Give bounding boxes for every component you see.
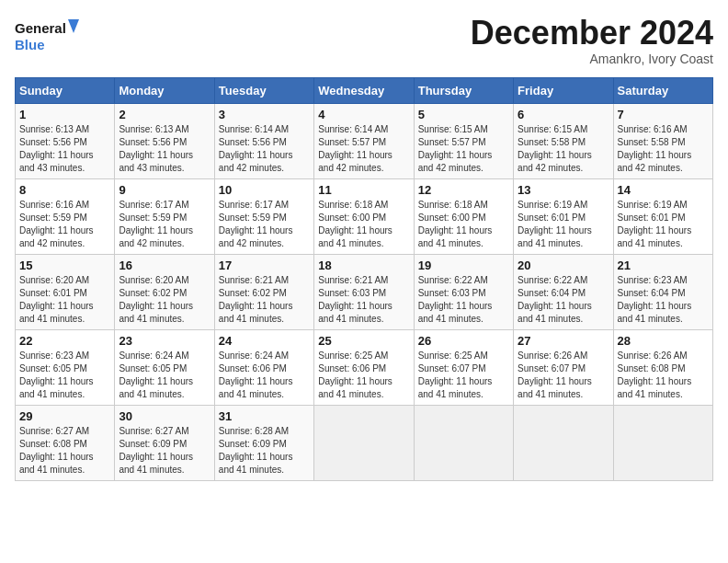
- day-number: 27: [518, 334, 609, 348]
- day-number: 14: [618, 183, 709, 197]
- day-info: Sunrise: 6:14 AM Sunset: 5:56 PM Dayligh…: [219, 123, 310, 175]
- day-info: Sunrise: 6:19 AM Sunset: 6:01 PM Dayligh…: [518, 199, 609, 250]
- calendar-cell: 10Sunrise: 6:17 AM Sunset: 5:59 PM Dayli…: [214, 178, 313, 254]
- calendar-cell: 3Sunrise: 6:14 AM Sunset: 5:56 PM Daylig…: [214, 103, 313, 178]
- day-info: Sunrise: 6:25 AM Sunset: 6:06 PM Dayligh…: [318, 350, 409, 401]
- day-number: 26: [418, 334, 509, 348]
- day-info: Sunrise: 6:13 AM Sunset: 5:56 PM Dayligh…: [119, 123, 210, 175]
- calendar-cell: 23Sunrise: 6:24 AM Sunset: 6:05 PM Dayli…: [115, 329, 214, 405]
- day-number: 30: [119, 409, 210, 423]
- day-info: Sunrise: 6:21 AM Sunset: 6:03 PM Dayligh…: [318, 274, 409, 326]
- day-info: Sunrise: 6:26 AM Sunset: 6:07 PM Dayligh…: [518, 350, 609, 401]
- calendar-cell: 30Sunrise: 6:27 AM Sunset: 6:09 PM Dayli…: [115, 405, 214, 480]
- day-number: 25: [318, 334, 409, 348]
- col-header-saturday: Saturday: [613, 77, 712, 103]
- svg-marker-2: [68, 19, 79, 33]
- calendar-cell: 24Sunrise: 6:24 AM Sunset: 6:06 PM Dayli…: [214, 329, 313, 405]
- calendar-week-2: 8Sunrise: 6:16 AM Sunset: 5:59 PM Daylig…: [16, 178, 713, 254]
- day-number: 28: [618, 334, 709, 348]
- day-number: 2: [119, 108, 210, 121]
- calendar-cell: [613, 405, 712, 480]
- day-number: 6: [518, 108, 609, 121]
- calendar-cell: 31Sunrise: 6:28 AM Sunset: 6:09 PM Dayli…: [214, 405, 313, 480]
- col-header-wednesday: Wednesday: [314, 77, 414, 103]
- day-info: Sunrise: 6:15 AM Sunset: 5:58 PM Dayligh…: [518, 123, 609, 175]
- day-number: 20: [518, 259, 609, 272]
- day-number: 18: [318, 259, 409, 272]
- calendar-cell: 26Sunrise: 6:25 AM Sunset: 6:07 PM Dayli…: [414, 329, 513, 405]
- calendar-cell: 25Sunrise: 6:25 AM Sunset: 6:06 PM Dayli…: [314, 329, 414, 405]
- calendar-cell: 6Sunrise: 6:15 AM Sunset: 5:58 PM Daylig…: [514, 103, 613, 178]
- calendar-cell: 22Sunrise: 6:23 AM Sunset: 6:05 PM Dayli…: [16, 329, 115, 405]
- day-number: 10: [219, 183, 310, 197]
- day-info: Sunrise: 6:13 AM Sunset: 5:56 PM Dayligh…: [19, 123, 110, 175]
- day-info: Sunrise: 6:28 AM Sunset: 6:09 PM Dayligh…: [219, 425, 310, 477]
- day-info: Sunrise: 6:15 AM Sunset: 5:57 PM Dayligh…: [418, 123, 509, 175]
- day-number: 11: [318, 183, 409, 197]
- day-number: 21: [618, 259, 709, 272]
- calendar-cell: 1Sunrise: 6:13 AM Sunset: 5:56 PM Daylig…: [16, 103, 115, 178]
- col-header-thursday: Thursday: [414, 77, 513, 103]
- day-info: Sunrise: 6:19 AM Sunset: 6:01 PM Dayligh…: [618, 199, 709, 250]
- calendar-cell: 13Sunrise: 6:19 AM Sunset: 6:01 PM Dayli…: [514, 178, 613, 254]
- logo-svg: General Blue: [15, 15, 79, 56]
- day-info: Sunrise: 6:22 AM Sunset: 6:03 PM Dayligh…: [418, 274, 509, 326]
- day-info: Sunrise: 6:18 AM Sunset: 6:00 PM Dayligh…: [318, 199, 409, 250]
- day-number: 1: [19, 108, 110, 121]
- day-info: Sunrise: 6:21 AM Sunset: 6:02 PM Dayligh…: [219, 274, 310, 326]
- day-info: Sunrise: 6:24 AM Sunset: 6:05 PM Dayligh…: [119, 350, 210, 401]
- day-info: Sunrise: 6:26 AM Sunset: 6:08 PM Dayligh…: [618, 350, 709, 401]
- calendar-cell: 21Sunrise: 6:23 AM Sunset: 6:04 PM Dayli…: [613, 254, 712, 329]
- logo: General Blue: [15, 15, 79, 56]
- day-number: 5: [418, 108, 509, 121]
- day-info: Sunrise: 6:22 AM Sunset: 6:04 PM Dayligh…: [518, 274, 609, 326]
- title-block: December 2024 Amankro, Ivory Coast: [471, 15, 713, 66]
- day-info: Sunrise: 6:24 AM Sunset: 6:06 PM Dayligh…: [219, 350, 310, 401]
- calendar-cell: 2Sunrise: 6:13 AM Sunset: 5:56 PM Daylig…: [115, 103, 214, 178]
- day-number: 17: [219, 259, 310, 272]
- svg-text:General: General: [15, 20, 66, 36]
- day-number: 7: [618, 108, 709, 121]
- day-number: 13: [518, 183, 609, 197]
- calendar-cell: [514, 405, 613, 480]
- calendar-table: SundayMondayTuesdayWednesdayThursdayFrid…: [15, 77, 713, 481]
- calendar-week-5: 29Sunrise: 6:27 AM Sunset: 6:08 PM Dayli…: [16, 405, 713, 480]
- calendar-header-row: SundayMondayTuesdayWednesdayThursdayFrid…: [16, 77, 713, 103]
- day-info: Sunrise: 6:27 AM Sunset: 6:08 PM Dayligh…: [19, 425, 110, 477]
- day-info: Sunrise: 6:17 AM Sunset: 5:59 PM Dayligh…: [219, 199, 310, 250]
- calendar-week-1: 1Sunrise: 6:13 AM Sunset: 5:56 PM Daylig…: [16, 103, 713, 178]
- month-title: December 2024: [471, 15, 713, 52]
- day-number: 22: [19, 334, 110, 348]
- calendar-cell: 19Sunrise: 6:22 AM Sunset: 6:03 PM Dayli…: [414, 254, 513, 329]
- calendar-cell: 15Sunrise: 6:20 AM Sunset: 6:01 PM Dayli…: [16, 254, 115, 329]
- calendar-cell: [314, 405, 414, 480]
- day-number: 12: [418, 183, 509, 197]
- col-header-friday: Friday: [514, 77, 613, 103]
- calendar-cell: [414, 405, 513, 480]
- calendar-cell: 17Sunrise: 6:21 AM Sunset: 6:02 PM Dayli…: [214, 254, 313, 329]
- calendar-cell: 12Sunrise: 6:18 AM Sunset: 6:00 PM Dayli…: [414, 178, 513, 254]
- calendar-week-4: 22Sunrise: 6:23 AM Sunset: 6:05 PM Dayli…: [16, 329, 713, 405]
- day-info: Sunrise: 6:14 AM Sunset: 5:57 PM Dayligh…: [318, 123, 409, 175]
- day-number: 23: [119, 334, 210, 348]
- page-header: General Blue December 2024 Amankro, Ivor…: [15, 15, 713, 66]
- day-number: 19: [418, 259, 509, 272]
- day-info: Sunrise: 6:20 AM Sunset: 6:01 PM Dayligh…: [19, 274, 110, 326]
- day-info: Sunrise: 6:16 AM Sunset: 5:58 PM Dayligh…: [618, 123, 709, 175]
- calendar-cell: 29Sunrise: 6:27 AM Sunset: 6:08 PM Dayli…: [16, 405, 115, 480]
- calendar-cell: 4Sunrise: 6:14 AM Sunset: 5:57 PM Daylig…: [314, 103, 414, 178]
- day-number: 3: [219, 108, 310, 121]
- calendar-cell: 14Sunrise: 6:19 AM Sunset: 6:01 PM Dayli…: [613, 178, 712, 254]
- day-number: 29: [19, 409, 110, 423]
- day-number: 24: [219, 334, 310, 348]
- calendar-cell: 16Sunrise: 6:20 AM Sunset: 6:02 PM Dayli…: [115, 254, 214, 329]
- calendar-cell: 11Sunrise: 6:18 AM Sunset: 6:00 PM Dayli…: [314, 178, 414, 254]
- day-number: 15: [19, 259, 110, 272]
- day-number: 8: [19, 183, 110, 197]
- calendar-week-3: 15Sunrise: 6:20 AM Sunset: 6:01 PM Dayli…: [16, 254, 713, 329]
- day-info: Sunrise: 6:23 AM Sunset: 6:05 PM Dayligh…: [19, 350, 110, 401]
- col-header-monday: Monday: [115, 77, 214, 103]
- calendar-cell: 9Sunrise: 6:17 AM Sunset: 5:59 PM Daylig…: [115, 178, 214, 254]
- day-number: 16: [119, 259, 210, 272]
- location-subtitle: Amankro, Ivory Coast: [471, 52, 713, 66]
